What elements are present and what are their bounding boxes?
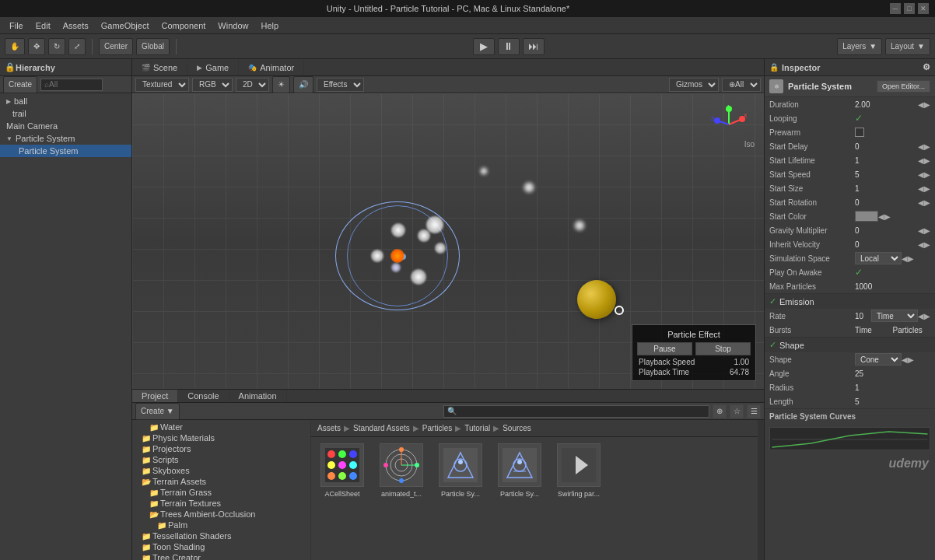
tree-item-trees-ambient[interactable]: 📂 Trees Ambient-Occlusion — [132, 509, 310, 520]
tree-item-tess[interactable]: 📁 Tessellation Shaders — [132, 530, 310, 541]
play-on-awake-row: Play On Awake ✓ — [765, 265, 935, 279]
particle-effect-controls: Pause Stop — [636, 341, 752, 357]
console-tab[interactable]: Console — [178, 390, 229, 402]
tree-item-projectors[interactable]: 📁 Projectors — [132, 443, 310, 454]
project-icon-btn-2[interactable]: ☆ — [730, 404, 744, 418]
hand-tool-button[interactable]: ✋ — [5, 38, 25, 55]
layers-dropdown[interactable]: Layers ▼ — [837, 38, 882, 55]
menu-window[interactable]: Window — [212, 19, 254, 32]
open-editor-button[interactable]: Open Editor... — [877, 80, 930, 93]
tree-item-terrain-grass[interactable]: 📁 Terrain Grass — [132, 487, 310, 498]
asset-label-acellsheet: ACellSheet — [324, 490, 359, 498]
hierarchy-search[interactable] — [40, 79, 103, 91]
hierarchy-item-trail[interactable]: trail — [0, 107, 131, 120]
tree-item-scripts[interactable]: 📁 Scripts — [132, 454, 310, 465]
shape-header[interactable]: ✓ Shape — [765, 338, 935, 352]
audio-toggle[interactable]: 🔊 — [293, 76, 313, 93]
hierarchy-item-particle-system-parent[interactable]: ▼ Particle System — [0, 132, 131, 145]
asset-item-particle-sy-1[interactable]: Particle Sy... — [436, 443, 485, 498]
project-tab[interactable]: Project — [132, 390, 178, 402]
simulation-space-dropdown[interactable]: Local — [855, 252, 902, 264]
tree-item-physic[interactable]: 📁 Physic Materials — [132, 432, 310, 443]
menu-assets[interactable]: Assets — [57, 19, 95, 32]
tree-item-tree-creator[interactable]: 📁 Tree Creator — [132, 552, 310, 560]
project-icon-btn-3[interactable]: ☰ — [747, 404, 761, 418]
rotate-tool-button[interactable]: ↻ — [48, 38, 65, 55]
hierarchy-panel: 🔒 Hierarchy Create ▶ ball trail Main Cam… — [0, 59, 132, 560]
color-mode-dropdown[interactable]: RGB — [192, 78, 233, 92]
project-search[interactable] — [443, 405, 709, 418]
minimize-button[interactable]: ─ — [890, 3, 901, 14]
playback-controls: ▶ ⏸ ⏭ — [183, 38, 834, 55]
asset-item-swirling[interactable]: Swirling par... — [554, 443, 604, 498]
close-button[interactable]: ✕ — [918, 3, 929, 14]
effects-dropdown[interactable]: Effects — [317, 78, 364, 92]
particle-system-curves[interactable] — [769, 427, 930, 450]
prewarm-checkbox[interactable] — [855, 128, 864, 137]
particle-effect-panel: Particle Effect Pause Stop Playback Spee… — [632, 324, 756, 381]
menu-help[interactable]: Help — [254, 19, 285, 32]
menu-gameobject[interactable]: GameObject — [95, 19, 156, 32]
emission-rate-type-dropdown[interactable]: Time — [871, 310, 918, 322]
shape-angle-row: Angle 25 — [765, 366, 935, 380]
gizmos-dropdown[interactable]: Gizmos — [669, 78, 719, 92]
animation-tab[interactable]: Animation — [229, 390, 287, 402]
shape-type-dropdown[interactable]: Cone — [855, 353, 902, 366]
menu-edit[interactable]: Edit — [30, 19, 57, 32]
global-button[interactable]: Global — [136, 38, 170, 55]
inspector-object-header: ⚛ Particle System Open Editor... — [765, 76, 935, 97]
start-delay-row: Start Delay 0 ◀▶ — [765, 139, 935, 153]
tree-item-water[interactable]: 📁 Water — [132, 422, 310, 432]
inspector-settings-icon[interactable]: ⚙ — [923, 62, 930, 72]
iso-label: Iso — [744, 140, 755, 149]
pause-particle-button[interactable]: Pause — [637, 342, 692, 355]
particle-system-section: Duration 2.00 ◀▶ Looping ✓ Prewarm Start… — [765, 97, 935, 294]
start-color-swatch[interactable] — [855, 211, 878, 222]
asset-label-animated: animated_t... — [381, 490, 422, 498]
hierarchy-create-button[interactable]: Create — [3, 76, 37, 93]
asset-thumb-particle-sy-2 — [498, 443, 541, 487]
move-tool-button[interactable]: ✥ — [28, 38, 45, 55]
asset-item-acellsheet[interactable]: ACellSheet — [317, 443, 367, 498]
window-controls[interactable]: ─ □ ✕ — [890, 3, 929, 14]
play-button[interactable]: ▶ — [473, 38, 495, 55]
scene-tab[interactable]: 🎬 Scene — [132, 59, 187, 75]
tree-item-palm[interactable]: 📁 Palm — [132, 520, 310, 530]
scene-view[interactable]: X Y Z Iso — [132, 93, 764, 389]
project-icon-btn-1[interactable]: ⊕ — [713, 404, 727, 418]
tree-item-skyboxes[interactable]: 📁 Skyboxes — [132, 465, 310, 476]
stop-particle-button[interactable]: Stop — [695, 342, 751, 355]
center-button[interactable]: Center — [99, 38, 133, 55]
project-scrollbar[interactable] — [758, 420, 764, 560]
hierarchy-item-main-camera[interactable]: Main Camera — [0, 120, 131, 132]
prewarm-row: Prewarm — [765, 125, 935, 139]
asset-item-particle-sy-2[interactable]: Particle Sy... — [495, 443, 545, 498]
svg-text:Z: Z — [711, 116, 715, 121]
scene-background: X Y Z Iso — [132, 93, 764, 389]
hierarchy-item-particle-system-child[interactable]: Particle System — [0, 145, 131, 157]
hierarchy-item-ball[interactable]: ▶ ball — [0, 95, 131, 107]
tree-item-terrain-textures[interactable]: 📁 Terrain Textures — [132, 498, 310, 509]
toolbar-separator-1 — [92, 39, 93, 54]
project-create-button[interactable]: Create ▼ — [135, 403, 180, 420]
view-tabs: 🎬 Scene ▶ Game 🎭 Animator — [132, 59, 764, 76]
emission-header[interactable]: ✓ Emission — [765, 294, 935, 309]
menu-component[interactable]: Component — [155, 19, 212, 32]
view-mode-dropdown[interactable]: 2D — [236, 78, 269, 92]
tree-item-toon[interactable]: 📁 Toon Shading — [132, 541, 310, 552]
looping-row: Looping ✓ — [765, 111, 935, 125]
render-mode-dropdown[interactable]: Textured — [135, 78, 189, 92]
step-button[interactable]: ⏭ — [523, 38, 545, 55]
pause-button[interactable]: ⏸ — [498, 38, 520, 55]
asset-item-animated[interactable]: animated_t... — [376, 443, 426, 498]
emission-bursts-header-row: Bursts Time Particles — [765, 323, 935, 337]
animator-tab[interactable]: 🎭 Animator — [239, 59, 304, 75]
lighting-toggle[interactable]: ☀ — [272, 76, 290, 93]
layout-dropdown[interactable]: Layout ▼ — [885, 38, 930, 55]
game-tab[interactable]: ▶ Game — [187, 59, 239, 75]
menu-file[interactable]: File — [3, 19, 30, 32]
layer-filter-dropdown[interactable]: ⊕All — [722, 78, 761, 92]
tree-item-terrain-assets[interactable]: 📂 Terrain Assets — [132, 476, 310, 487]
scale-tool-button[interactable]: ⤢ — [68, 38, 86, 55]
maximize-button[interactable]: □ — [904, 3, 915, 14]
